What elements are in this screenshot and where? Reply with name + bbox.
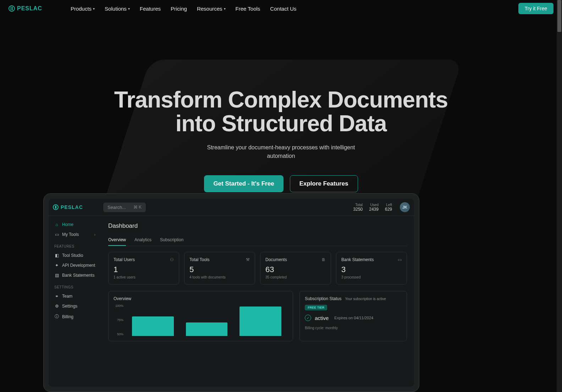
- user-icon: ⚇: [170, 257, 174, 262]
- sidebar-heading-features: FEATURES: [51, 239, 98, 250]
- nav-resources[interactable]: Resources▾: [197, 6, 226, 12]
- chevron-down-icon: ▾: [93, 7, 95, 11]
- explore-features-button[interactable]: Explore Features: [290, 175, 358, 192]
- sidebar-item-home[interactable]: ⌂Home: [51, 220, 98, 230]
- sidebar-item-settings[interactable]: ⚙Settings: [51, 301, 98, 311]
- chart-bar-2: [186, 322, 228, 336]
- sidebar-item-my-tools[interactable]: ▭My Tools›: [51, 230, 98, 239]
- credits-left: Left629: [385, 203, 392, 212]
- stat-card-documents: Documents🗎 63 35 completed: [260, 252, 331, 285]
- chart-bar-3: [239, 307, 281, 336]
- dashboard-main: Dashboard Overview Analytics Subscriptio…: [101, 216, 414, 387]
- sidebar-heading-settings: SETTINGS: [51, 280, 98, 291]
- wrench-icon: ⚒: [246, 257, 250, 262]
- billing-cycle: Billing cycle: monthly: [305, 326, 402, 330]
- credits-total: Total3250: [353, 203, 363, 212]
- check-icon: ✓: [305, 315, 311, 321]
- file-icon: 🗎: [321, 257, 326, 262]
- nav-products[interactable]: Products▾: [71, 6, 95, 12]
- billing-icon: ⓘ: [54, 314, 59, 320]
- tabs: Overview Analytics Subscription: [108, 234, 407, 246]
- chart-y-labels: 100% 75% 50%: [114, 304, 126, 336]
- tab-analytics[interactable]: Analytics: [134, 234, 151, 246]
- brand-logo[interactable]: PESLAC: [9, 5, 42, 12]
- avatar[interactable]: JK: [400, 202, 410, 212]
- chevron-down-icon: ▾: [224, 7, 226, 11]
- overview-chart: 100% 75% 50%: [114, 304, 288, 336]
- nav-contact[interactable]: Contact Us: [270, 6, 296, 12]
- credits-summary: Total3250 Used2439 Left629: [353, 203, 392, 212]
- nav-pricing[interactable]: Pricing: [171, 6, 187, 12]
- tab-subscription[interactable]: Subscription: [160, 234, 183, 246]
- tab-overview[interactable]: Overview: [108, 234, 126, 246]
- page-title: Dashboard: [108, 222, 407, 230]
- tier-badge: FREE TIER: [305, 305, 327, 310]
- subscription-title: Subscription Status: [305, 296, 341, 301]
- sidebar-item-tool-studio[interactable]: ◧Tool Studio: [51, 250, 98, 260]
- tools-icon: ▭: [54, 232, 59, 237]
- card-icon: ▭: [398, 257, 402, 262]
- sidebar-item-api[interactable]: ✦API Development: [51, 260, 98, 270]
- status-word: active: [315, 315, 329, 321]
- nav-links: Products▾ Solutions▾ Features Pricing Re…: [71, 6, 297, 12]
- expires-text: Expires on 04/11/2024: [334, 316, 373, 320]
- nav-free-tools[interactable]: Free Tools: [236, 6, 260, 12]
- sidebar-item-billing[interactable]: ⓘBilling: [51, 311, 98, 322]
- hero-subtitle: Streamline your document-heavy processes…: [196, 143, 366, 160]
- dashboard-logo[interactable]: PESLAC: [53, 204, 99, 210]
- nav-solutions[interactable]: Solutions▾: [105, 6, 130, 12]
- document-icon: ▤: [54, 273, 59, 278]
- nav-features[interactable]: Features: [140, 6, 161, 12]
- search-placeholder: Search...: [108, 205, 126, 210]
- logo-icon: [53, 204, 59, 210]
- try-free-button[interactable]: Try it Free: [518, 3, 553, 14]
- gear-icon: ⚙: [54, 304, 59, 309]
- chart-bars: [126, 304, 288, 336]
- brand-name: PESLAC: [17, 5, 42, 12]
- studio-icon: ◧: [54, 253, 59, 258]
- sidebar-item-bank-statements[interactable]: ▤Bank Statements: [51, 270, 98, 280]
- stat-card-users: Total Users⚇ 1 1 active users: [108, 252, 179, 285]
- hero-title: Transform Complex Documents into Structu…: [0, 88, 562, 136]
- overview-title: Overview: [114, 296, 288, 301]
- subscription-desc: Your subscription is active: [345, 297, 386, 301]
- chevron-down-icon: ▾: [128, 7, 130, 11]
- stat-card-tools: Total Tools⚒ 5 4 tools with documents: [184, 252, 255, 285]
- dashboard-topbar: PESLAC Search... ⌘ K Total3250 Used2439 …: [49, 199, 414, 216]
- stat-card-bank: Bank Statements▭ 3 3 processed: [336, 252, 407, 285]
- search-kbd-hint: ⌘ K: [133, 205, 142, 210]
- chart-bar-1: [132, 316, 174, 336]
- subscription-panel: Subscription Status Your subscription is…: [299, 291, 407, 341]
- chevron-right-icon: ›: [94, 233, 95, 237]
- top-nav: PESLAC Products▾ Solutions▾ Features Pri…: [0, 0, 562, 17]
- team-icon: ⚭: [54, 294, 59, 299]
- stats-row: Total Users⚇ 1 1 active users Total Tool…: [108, 252, 407, 285]
- get-started-button[interactable]: Get Started - It's Free: [204, 175, 283, 192]
- logo-icon: [9, 5, 15, 12]
- home-icon: ⌂: [54, 222, 59, 227]
- credits-used: Used2439: [369, 203, 379, 212]
- overview-panel: Overview 100% 75% 50%: [108, 291, 293, 341]
- dashboard-preview: PESLAC Search... ⌘ K Total3250 Used2439 …: [43, 193, 419, 392]
- sidebar-item-team[interactable]: ⚭Team: [51, 291, 98, 301]
- api-icon: ✦: [54, 263, 59, 268]
- search-input[interactable]: Search... ⌘ K: [103, 203, 146, 212]
- sidebar: ⌂Home ▭My Tools› FEATURES ◧Tool Studio ✦…: [49, 216, 101, 387]
